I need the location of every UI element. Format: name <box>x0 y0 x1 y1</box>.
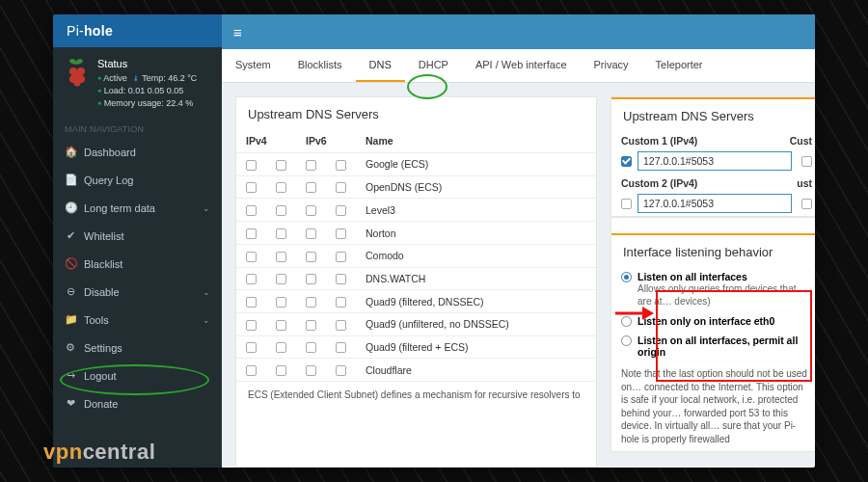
interface-option[interactable]: Listen only on interface eth0 <box>611 311 815 331</box>
sidebar-item-dashboard[interactable]: 🏠Dashboard <box>53 138 222 166</box>
dns-checkbox[interactable] <box>246 320 257 331</box>
dns-checkbox[interactable] <box>276 342 286 353</box>
dns-checkbox[interactable] <box>246 274 257 284</box>
dns-checkbox[interactable] <box>246 365 257 376</box>
dns-checkbox[interactable] <box>276 182 286 193</box>
dns-checkbox[interactable] <box>246 160 257 171</box>
ecs-note: ECS (Extended Client Subnet) defines a m… <box>236 382 596 408</box>
pihole-logo-icon <box>65 57 90 88</box>
dns-name: Norton <box>356 222 596 245</box>
dns-checkbox[interactable] <box>246 252 257 262</box>
dns-checkbox[interactable] <box>336 252 346 262</box>
dns-checkbox[interactable] <box>306 274 316 284</box>
status-load: ● Load: 0.01 0.05 0.05 <box>97 85 197 97</box>
dns-checkbox[interactable] <box>336 228 346 239</box>
col-ipv6: IPv6 <box>296 129 356 153</box>
hamburger-icon[interactable]: ≡ <box>233 24 242 40</box>
dns-row: Google (ECS) <box>236 153 596 176</box>
sidebar-item-disable[interactable]: ⊖Disable⌄ <box>53 278 222 306</box>
dns-checkbox[interactable] <box>306 342 316 353</box>
dns-checkbox[interactable] <box>336 365 346 376</box>
tab-api-web-interface[interactable]: API / Web interface <box>462 49 581 82</box>
sidebar: Pi-hole Status ● Active 🌡 Temp: 46.2 °C … <box>53 14 222 468</box>
dns-row: Quad9 (filtered, DNSSEC) <box>236 290 596 313</box>
dns-checkbox[interactable] <box>276 320 286 331</box>
dns-checkbox[interactable] <box>276 205 286 216</box>
dns-checkbox[interactable] <box>276 365 286 376</box>
status-title: Status <box>97 57 197 71</box>
dns-name: Quad9 (filtered, DNSSEC) <box>356 290 596 313</box>
dns-checkbox[interactable] <box>336 205 346 216</box>
option-label: Listen on all interfaces, permit all ori… <box>637 335 798 358</box>
dns-checkbox[interactable] <box>306 228 316 239</box>
dns-checkbox[interactable] <box>306 252 316 262</box>
dns-checkbox[interactable] <box>276 297 286 308</box>
sidebar-item-donate[interactable]: ❤Donate <box>53 389 222 417</box>
dns-checkbox[interactable] <box>246 205 257 216</box>
custom-checkbox[interactable] <box>801 199 812 209</box>
radio-icon[interactable] <box>621 316 632 327</box>
interface-option[interactable]: Listen on all interfaces, permit all ori… <box>611 331 815 362</box>
interface-option[interactable]: Listen on all interfacesAllows only quer… <box>611 267 815 311</box>
dns-checkbox[interactable] <box>306 320 316 331</box>
dns-checkbox[interactable] <box>246 182 257 193</box>
sidebar-item-blacklist[interactable]: 🚫Blacklist <box>53 250 222 278</box>
custom-checkbox[interactable] <box>621 156 632 167</box>
tab-dns[interactable]: DNS <box>356 49 405 82</box>
nav-icon: ❤ <box>65 397 76 410</box>
dns-checkbox[interactable] <box>246 342 257 353</box>
dns-checkbox[interactable] <box>276 252 286 262</box>
radio-icon[interactable] <box>621 335 632 346</box>
dns-checkbox[interactable] <box>276 274 286 284</box>
sidebar-item-tools[interactable]: 📁Tools⌄ <box>53 306 222 334</box>
nav-label: Long term data <box>84 202 155 214</box>
dns-checkbox[interactable] <box>336 274 346 284</box>
dns-checkbox[interactable] <box>336 297 346 308</box>
dns-checkbox[interactable] <box>306 365 316 376</box>
dns-checkbox[interactable] <box>276 160 286 171</box>
tab-blocklists[interactable]: Blocklists <box>285 49 356 82</box>
nav-icon: ↪ <box>65 369 76 382</box>
nav-icon: 🕘 <box>65 201 76 214</box>
chevron-down-icon: ⌄ <box>203 203 210 213</box>
dns-name: Cloudflare <box>356 359 596 382</box>
dns-checkbox[interactable] <box>336 160 346 171</box>
sidebar-item-logout[interactable]: ↪Logout <box>53 362 222 389</box>
dns-checkbox[interactable] <box>306 205 316 216</box>
dns-checkbox[interactable] <box>246 297 257 308</box>
nav-label: Donate <box>84 398 118 410</box>
tab-system[interactable]: System <box>222 49 285 82</box>
dns-checkbox[interactable] <box>306 160 316 171</box>
dns-row: Comodo <box>236 244 596 267</box>
sidebar-item-settings[interactable]: ⚙Settings <box>53 334 222 362</box>
dns-checkbox[interactable] <box>306 182 316 193</box>
dns-checkbox[interactable] <box>246 228 257 239</box>
dns-checkbox[interactable] <box>336 342 346 353</box>
nav-icon: 📁 <box>65 313 76 326</box>
sidebar-item-long-term-data[interactable]: 🕘Long term data⌄ <box>53 194 222 222</box>
tab-teleporter[interactable]: Teleporter <box>642 49 717 82</box>
dns-checkbox[interactable] <box>336 182 346 193</box>
dns-checkbox[interactable] <box>276 228 286 239</box>
nav-label: Dashboard <box>84 147 136 158</box>
custom-input[interactable] <box>637 194 792 213</box>
dns-checkbox[interactable] <box>336 320 346 331</box>
custom-checkbox[interactable] <box>801 156 812 167</box>
radio-icon[interactable] <box>621 272 632 282</box>
custom-checkbox[interactable] <box>621 199 632 209</box>
sidebar-item-whitelist[interactable]: ✔Whitelist <box>53 222 222 250</box>
dns-row: OpenDNS (ECS) <box>236 175 596 199</box>
interface-panel: Interface listening behavior Listen on a… <box>610 217 815 452</box>
dns-name: Google (ECS) <box>356 153 596 176</box>
dns-checkbox[interactable] <box>306 297 316 308</box>
tab-privacy[interactable]: Privacy <box>581 49 642 82</box>
custom-label: Custom 2 (IPv4)ust <box>611 174 815 191</box>
nav-icon: ⚙ <box>65 341 76 354</box>
nav-label: Whitelist <box>84 230 124 242</box>
panel-title: Upstream DNS Servers <box>236 97 596 129</box>
custom-input[interactable] <box>637 151 792 171</box>
sidebar-item-query-log[interactable]: 📄Query Log <box>53 166 222 194</box>
tab-dhcp[interactable]: DHCP <box>405 49 462 82</box>
nav-label: Disable <box>84 286 120 298</box>
upstream-dns-panel: Upstream DNS Servers IPv4 IPv6 Name Goog… <box>235 96 597 468</box>
